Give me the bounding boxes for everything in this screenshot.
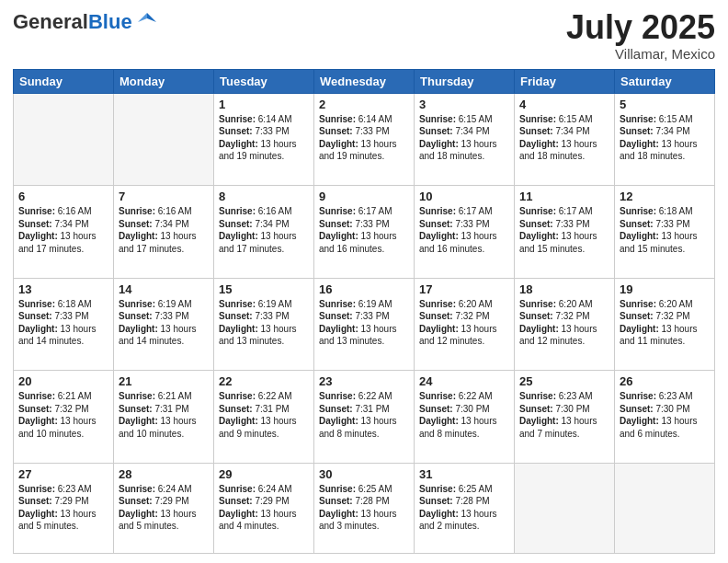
day-number: 17 <box>419 282 509 296</box>
calendar-cell: 18Sunrise: 6:20 AMSunset: 7:32 PMDayligh… <box>515 278 615 371</box>
day-info: Sunrise: 6:17 AMSunset: 7:33 PMDaylight:… <box>419 205 509 255</box>
day-number: 1 <box>219 98 309 111</box>
day-number: 4 <box>519 98 609 111</box>
calendar-cell: 16Sunrise: 6:19 AMSunset: 7:33 PMDayligh… <box>314 278 415 371</box>
day-info: Sunrise: 6:21 AMSunset: 7:31 PMDaylight:… <box>119 390 209 440</box>
calendar-cell: 11Sunrise: 6:17 AMSunset: 7:33 PMDayligh… <box>515 186 615 279</box>
day-number: 30 <box>319 467 409 481</box>
calendar-cell: 8Sunrise: 6:16 AMSunset: 7:34 PMDaylight… <box>214 186 314 279</box>
day-number: 5 <box>620 98 710 111</box>
calendar-cell: 20Sunrise: 6:21 AMSunset: 7:32 PMDayligh… <box>14 371 114 464</box>
day-info: Sunrise: 6:15 AMSunset: 7:34 PMDaylight:… <box>620 113 710 163</box>
day-info: Sunrise: 6:24 AMSunset: 7:29 PMDaylight:… <box>219 483 309 533</box>
day-info: Sunrise: 6:19 AMSunset: 7:33 PMDaylight:… <box>219 298 309 348</box>
calendar-cell: 25Sunrise: 6:23 AMSunset: 7:30 PMDayligh… <box>515 371 615 464</box>
title-block: July 2025 Villamar, Mexico <box>566 9 715 62</box>
day-number: 22 <box>219 374 309 388</box>
day-number: 15 <box>219 282 309 296</box>
day-number: 23 <box>319 374 409 388</box>
logo-icon <box>134 9 160 35</box>
day-info: Sunrise: 6:16 AMSunset: 7:34 PMDaylight:… <box>119 205 209 255</box>
day-number: 16 <box>319 282 409 296</box>
calendar-cell: 15Sunrise: 6:19 AMSunset: 7:33 PMDayligh… <box>214 278 314 371</box>
calendar-cell: 23Sunrise: 6:22 AMSunset: 7:31 PMDayligh… <box>314 371 415 464</box>
calendar-cell: 2Sunrise: 6:14 AMSunset: 7:33 PMDaylight… <box>314 93 415 186</box>
day-number: 2 <box>319 98 409 111</box>
col-sunday: Sunday <box>14 69 114 93</box>
col-saturday: Saturday <box>615 69 715 93</box>
logo-general: GeneralBlue <box>13 12 132 32</box>
day-info: Sunrise: 6:24 AMSunset: 7:29 PMDaylight:… <box>119 483 209 533</box>
col-wednesday: Wednesday <box>314 69 415 93</box>
calendar-cell: 12Sunrise: 6:18 AMSunset: 7:33 PMDayligh… <box>615 186 715 279</box>
calendar-cell <box>515 463 615 553</box>
page: GeneralBlue July 2025 Villamar, Mexico S… <box>0 0 728 563</box>
calendar-cell <box>615 463 715 553</box>
calendar-cell <box>14 93 114 186</box>
calendar-cell: 5Sunrise: 6:15 AMSunset: 7:34 PMDaylight… <box>615 93 715 186</box>
week-row-4: 20Sunrise: 6:21 AMSunset: 7:32 PMDayligh… <box>14 371 715 464</box>
calendar-cell: 17Sunrise: 6:20 AMSunset: 7:32 PMDayligh… <box>415 278 515 371</box>
day-number: 13 <box>18 282 108 296</box>
day-number: 8 <box>219 190 309 203</box>
calendar-cell: 14Sunrise: 6:19 AMSunset: 7:33 PMDayligh… <box>114 278 214 371</box>
calendar-header-row: Sunday Monday Tuesday Wednesday Thursday… <box>14 69 715 93</box>
calendar-cell: 6Sunrise: 6:16 AMSunset: 7:34 PMDaylight… <box>14 186 114 279</box>
day-number: 25 <box>519 374 609 388</box>
calendar-cell: 4Sunrise: 6:15 AMSunset: 7:34 PMDaylight… <box>515 93 615 186</box>
day-info: Sunrise: 6:23 AMSunset: 7:30 PMDaylight:… <box>620 390 710 440</box>
day-info: Sunrise: 6:20 AMSunset: 7:32 PMDaylight:… <box>519 298 609 348</box>
day-number: 26 <box>620 374 710 388</box>
location: Villamar, Mexico <box>566 46 715 62</box>
day-info: Sunrise: 6:23 AMSunset: 7:29 PMDaylight:… <box>18 483 108 533</box>
calendar-cell: 1Sunrise: 6:14 AMSunset: 7:33 PMDaylight… <box>214 93 314 186</box>
col-monday: Monday <box>114 69 214 93</box>
calendar-cell: 13Sunrise: 6:18 AMSunset: 7:33 PMDayligh… <box>14 278 114 371</box>
day-number: 11 <box>519 190 609 203</box>
day-info: Sunrise: 6:16 AMSunset: 7:34 PMDaylight:… <box>18 205 108 255</box>
day-info: Sunrise: 6:22 AMSunset: 7:31 PMDaylight:… <box>219 390 309 440</box>
day-info: Sunrise: 6:17 AMSunset: 7:33 PMDaylight:… <box>519 205 609 255</box>
day-number: 29 <box>219 467 309 481</box>
day-number: 19 <box>620 282 710 296</box>
calendar-cell: 21Sunrise: 6:21 AMSunset: 7:31 PMDayligh… <box>114 371 214 464</box>
day-number: 10 <box>419 190 509 203</box>
calendar-cell: 26Sunrise: 6:23 AMSunset: 7:30 PMDayligh… <box>615 371 715 464</box>
calendar-cell: 22Sunrise: 6:22 AMSunset: 7:31 PMDayligh… <box>214 371 314 464</box>
calendar-cell: 3Sunrise: 6:15 AMSunset: 7:34 PMDaylight… <box>415 93 515 186</box>
day-number: 7 <box>119 190 209 203</box>
day-info: Sunrise: 6:25 AMSunset: 7:28 PMDaylight:… <box>319 483 409 533</box>
day-info: Sunrise: 6:25 AMSunset: 7:28 PMDaylight:… <box>419 483 509 533</box>
day-info: Sunrise: 6:14 AMSunset: 7:33 PMDaylight:… <box>319 113 409 163</box>
day-info: Sunrise: 6:18 AMSunset: 7:33 PMDaylight:… <box>620 205 710 255</box>
day-number: 27 <box>18 467 108 481</box>
week-row-3: 13Sunrise: 6:18 AMSunset: 7:33 PMDayligh… <box>14 278 715 371</box>
calendar-cell: 19Sunrise: 6:20 AMSunset: 7:32 PMDayligh… <box>615 278 715 371</box>
day-number: 24 <box>419 374 509 388</box>
day-info: Sunrise: 6:23 AMSunset: 7:30 PMDaylight:… <box>519 390 609 440</box>
header: GeneralBlue July 2025 Villamar, Mexico <box>13 9 715 62</box>
calendar-cell: 31Sunrise: 6:25 AMSunset: 7:28 PMDayligh… <box>415 463 515 553</box>
month-year: July 2025 <box>566 9 715 46</box>
logo: GeneralBlue <box>13 9 160 35</box>
day-number: 28 <box>119 467 209 481</box>
calendar-cell: 24Sunrise: 6:22 AMSunset: 7:30 PMDayligh… <box>415 371 515 464</box>
col-thursday: Thursday <box>415 69 515 93</box>
day-info: Sunrise: 6:16 AMSunset: 7:34 PMDaylight:… <box>219 205 309 255</box>
week-row-2: 6Sunrise: 6:16 AMSunset: 7:34 PMDaylight… <box>14 186 715 279</box>
day-info: Sunrise: 6:22 AMSunset: 7:31 PMDaylight:… <box>319 390 409 440</box>
calendar-cell: 29Sunrise: 6:24 AMSunset: 7:29 PMDayligh… <box>214 463 314 553</box>
day-info: Sunrise: 6:18 AMSunset: 7:33 PMDaylight:… <box>18 298 108 348</box>
day-info: Sunrise: 6:22 AMSunset: 7:30 PMDaylight:… <box>419 390 509 440</box>
day-info: Sunrise: 6:17 AMSunset: 7:33 PMDaylight:… <box>319 205 409 255</box>
calendar-cell: 27Sunrise: 6:23 AMSunset: 7:29 PMDayligh… <box>14 463 114 553</box>
day-info: Sunrise: 6:19 AMSunset: 7:33 PMDaylight:… <box>319 298 409 348</box>
calendar-table: Sunday Monday Tuesday Wednesday Thursday… <box>13 69 715 554</box>
calendar-cell: 9Sunrise: 6:17 AMSunset: 7:33 PMDaylight… <box>314 186 415 279</box>
day-number: 20 <box>18 374 108 388</box>
day-info: Sunrise: 6:21 AMSunset: 7:32 PMDaylight:… <box>18 390 108 440</box>
week-row-5: 27Sunrise: 6:23 AMSunset: 7:29 PMDayligh… <box>14 463 715 553</box>
day-info: Sunrise: 6:19 AMSunset: 7:33 PMDaylight:… <box>119 298 209 348</box>
calendar-cell <box>114 93 214 186</box>
calendar-cell: 30Sunrise: 6:25 AMSunset: 7:28 PMDayligh… <box>314 463 415 553</box>
